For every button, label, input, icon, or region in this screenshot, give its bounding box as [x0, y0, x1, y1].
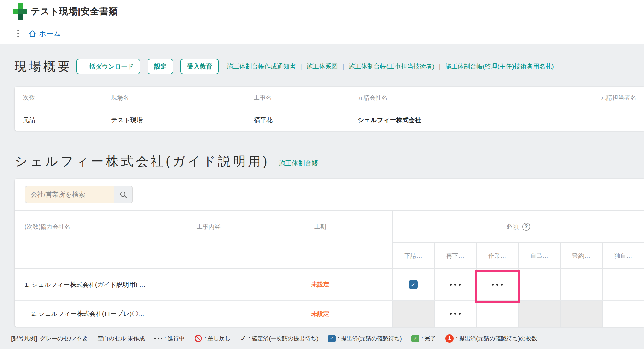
- doc-status-cell[interactable]: [602, 269, 644, 300]
- doc-status-cell[interactable]: [476, 301, 518, 327]
- doc-status-cell[interactable]: [434, 301, 476, 327]
- intake-training-button[interactable]: 受入教育: [180, 59, 219, 74]
- greenfile-logo-icon: [13, 3, 27, 20]
- document-matrix-card: (次数)協力会社名 工事内容 工期 必須 ? 下請… 再下… 作業… 自己… 誓…: [15, 179, 644, 327]
- link-ledger-engineer[interactable]: 施工体制台帳(工事担当技術者): [348, 62, 434, 71]
- cell-prime-company: シェルフィー株式会社: [358, 116, 536, 124]
- main-content: 現場概要 一括ダウンロード 設定 受入教育 施工体制台帳作成通知書 施工体系図 …: [0, 58, 644, 343]
- legend-item-submitted: : 提出済(元請の確認待ち): [328, 335, 402, 342]
- link-separator: [300, 63, 302, 70]
- doc-column-header-seiyaku: 誓約…: [560, 243, 602, 268]
- doc-status-cell[interactable]: [393, 269, 434, 300]
- col-header-prime-company: 元請会社名: [358, 94, 536, 102]
- submitted-checkbox-icon: [409, 280, 418, 289]
- cell-site-name: テスト現場: [111, 116, 254, 124]
- legend-item-confirmed: : 確定済(一次請の提出待ち): [240, 334, 318, 343]
- company-section-header: シェルフィー株式会社(ガイド説明用) 施工体制台帳: [15, 153, 644, 170]
- partner-row-left: 2. シェルフィー株式会社(ロープレ)〇… 未設定: [15, 301, 392, 327]
- doc-status-cell[interactable]: [560, 269, 602, 300]
- legend-item-rejected: : 差し戻し: [194, 334, 230, 342]
- legend-text: : 完了: [421, 335, 436, 342]
- in-progress-dots-icon: [154, 338, 162, 339]
- matrix-header-left: (次数)協力会社名 工事内容 工期: [15, 211, 392, 268]
- rejected-prohibition-icon: [194, 334, 202, 342]
- doc-status-cell[interactable]: [393, 301, 434, 327]
- search-input[interactable]: [25, 186, 114, 203]
- doc-column-headers: 下請… 再下… 作業… 自己… 誓約… 独自…: [393, 242, 644, 268]
- period-cell: 未設定: [248, 310, 392, 318]
- help-icon[interactable]: ?: [522, 223, 530, 231]
- partner-name: 1. シェルフィー株式会社(ガイド説明用) …: [15, 280, 169, 289]
- legend-text: グレーのセル:不要: [40, 335, 88, 342]
- breadcrumb: ホーム: [0, 23, 644, 44]
- home-link[interactable]: ホーム: [28, 29, 61, 38]
- bulk-download-button[interactable]: 一括ダウンロード: [76, 59, 140, 74]
- company-search-box: [25, 186, 133, 203]
- doc-status-cell[interactable]: [518, 301, 560, 327]
- legend-text: : 提出済(元請の確認待ち)の枚数: [456, 335, 537, 342]
- legend-item-submitted-count: 1 : 提出済(元請の確認待ち)の枚数: [445, 334, 537, 343]
- partner-row-left: 1. シェルフィー株式会社(ガイド説明用) … 未設定: [15, 269, 392, 300]
- cell-construction-name: 福平花: [254, 116, 358, 124]
- link-separator: [342, 63, 344, 70]
- doc-status-cells: [392, 301, 644, 327]
- company-section-title: シェルフィー株式会社(ガイド説明用): [15, 153, 270, 170]
- construction-ledger-link[interactable]: 施工体制台帳: [279, 159, 318, 168]
- required-group-header: 必須 ?: [393, 211, 644, 242]
- home-icon: [28, 30, 36, 37]
- doc-column-header-dokuji: 独自…: [602, 243, 644, 268]
- doc-column-header-jiko: 自己…: [518, 243, 560, 268]
- site-overview-toolbar: 現場概要 一括ダウンロード 設定 受入教育 施工体制台帳作成通知書 施工体系図 …: [15, 58, 644, 75]
- doc-status-cell[interactable]: [560, 301, 602, 327]
- doc-status-cell[interactable]: [602, 301, 644, 327]
- legend-text: : 提出済(元請の確認待ち): [338, 335, 402, 342]
- matrix-header-right: 必須 ? 下請… 再下… 作業… 自己… 誓約… 独自…: [392, 211, 644, 268]
- settings-button[interactable]: 設定: [148, 59, 173, 74]
- partner-name: 2. シェルフィー株式会社(ロープレ)〇…: [15, 309, 169, 318]
- required-label: 必須: [506, 222, 519, 231]
- legend-item-blank-cell: 空白のセル:未作成: [97, 335, 145, 342]
- legend-text: : 進行中: [165, 335, 185, 342]
- legend-item-completed: : 完了: [411, 335, 436, 342]
- legend-item-gray-cell: グレーのセル:不要: [40, 335, 88, 342]
- col-header-construction-name: 工事名: [254, 94, 358, 102]
- matrix-header: (次数)協力会社名 工事内容 工期 必須 ? 下請… 再下… 作業… 自己… 誓…: [15, 211, 644, 269]
- doc-status-cell[interactable]: [518, 269, 560, 300]
- link-ledger-supervisor-nameplate[interactable]: 施工体制台帳(監理(主任)技術者用名札): [445, 62, 554, 71]
- symbol-legend: [記号凡例] グレーのセル:不要 空白のセル:未作成 : 進行中 : 差し戻し …: [11, 334, 644, 343]
- search-button[interactable]: [114, 186, 132, 203]
- col-header-work-content: 工事内容: [169, 211, 248, 242]
- col-header-site-name: 現場名: [111, 94, 254, 102]
- partner-row[interactable]: 1. シェルフィー株式会社(ガイド説明用) … 未設定: [15, 269, 644, 300]
- kebab-menu-icon[interactable]: [16, 29, 20, 39]
- doc-column-header-sagyou: 作業…: [476, 243, 518, 268]
- document-links: 施工体制台帳作成通知書 施工体系図 施工体制台帳(工事担当技術者) 施工体制台帳…: [227, 62, 554, 71]
- search-icon: [119, 191, 127, 199]
- home-label: ホーム: [39, 29, 61, 38]
- confirmed-check-icon: [240, 334, 247, 343]
- legend-text: 空白のセル:未作成: [97, 335, 145, 342]
- col-header-period: 工期: [248, 211, 392, 242]
- page-title: テスト現場|安全書類: [31, 5, 118, 18]
- app-header: テスト現場|安全書類: [0, 0, 644, 23]
- legend-text: : 確定済(一次請の提出待ち): [249, 335, 318, 342]
- period-cell: 未設定: [248, 280, 392, 289]
- document-matrix-table: (次数)協力会社名 工事内容 工期 必須 ? 下請… 再下… 作業… 自己… 誓…: [15, 210, 644, 327]
- site-table-row: 元請 テスト現場 福平花 シェルフィー株式会社: [15, 109, 644, 131]
- count-badge-icon: 1: [445, 334, 454, 343]
- partner-row[interactable]: 2. シェルフィー株式会社(ロープレ)〇… 未設定: [15, 300, 644, 327]
- legend-item-in-progress: : 進行中: [154, 335, 185, 342]
- link-construction-notification[interactable]: 施工体制台帳作成通知書: [227, 62, 296, 71]
- doc-status-cell-highlighted[interactable]: [476, 269, 518, 300]
- col-header-partner-name: (次数)協力会社名: [15, 211, 169, 242]
- legend-text: : 差し戻し: [204, 335, 230, 342]
- doc-column-header-shitauke: 下請…: [393, 243, 434, 268]
- legend-prefix: [記号凡例]: [11, 335, 37, 342]
- link-system-diagram[interactable]: 施工体系図: [306, 62, 338, 71]
- in-progress-dots-icon: [450, 284, 461, 286]
- submitted-checkbox-icon: [328, 335, 336, 342]
- doc-status-cells: [392, 269, 644, 300]
- doc-status-cell[interactable]: [434, 269, 476, 300]
- link-separator: [439, 63, 440, 70]
- col-header-prime-contact: 元請担当者名: [536, 94, 644, 102]
